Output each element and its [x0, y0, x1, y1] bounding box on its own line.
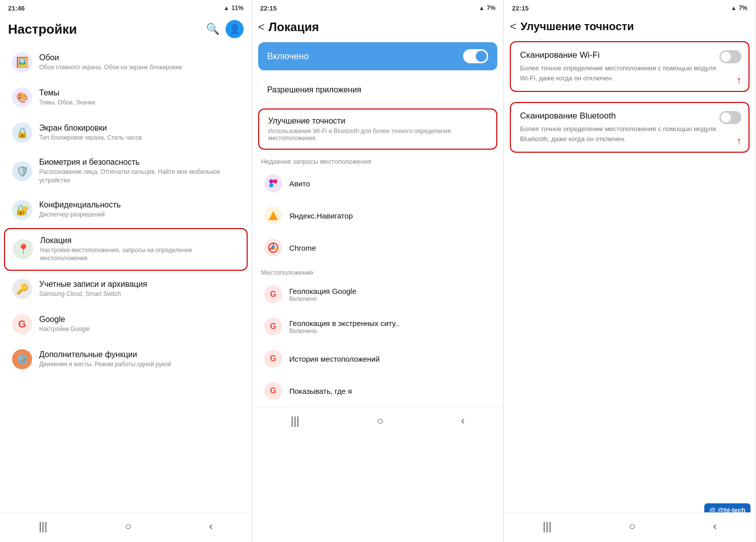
settings-item-location[interactable]: 📍 Локация Настройки местоположения, запр… — [4, 228, 248, 271]
nav-home-3[interactable]: ○ — [619, 518, 645, 535]
settings-title: Настройки — [8, 22, 77, 37]
settings-item-wallpaper[interactable]: 🖼️ Обои Обои главного экрана, Обои на эк… — [4, 45, 248, 79]
status-icons-2: ▲ 7% — [479, 5, 495, 12]
settings-item-themes[interactable]: 🎨 Темы Темы, Обои, Значки — [4, 80, 248, 115]
permissions-button[interactable]: Разрешения приложения — [258, 77, 498, 102]
wifi-arrow-up: ↑ — [736, 74, 741, 86]
recent-app-yandex[interactable]: Яндекс.Навигатор — [256, 200, 500, 231]
biometrics-text: Биометрия и безопасность Распознавание л… — [39, 158, 240, 185]
profile-icon[interactable]: 👤 — [226, 20, 244, 38]
bluetooth-scan-toggle[interactable] — [719, 111, 741, 124]
svg-point-2 — [269, 183, 273, 187]
google-icon: G — [12, 314, 32, 334]
location-header: < Локация — [252, 16, 504, 38]
bottom-nav-3: ||| ○ ‹ — [504, 512, 755, 542]
themes-sub: Темы, Обои, Значки — [39, 98, 240, 107]
privacy-sub: Диспетчер разрешений — [39, 210, 240, 219]
settings-item-lockscreen[interactable]: 🔒 Экран блокировки Тип блокировки экрана… — [4, 116, 248, 150]
accounts-title: Учетные записи и архивация — [39, 280, 240, 289]
accuracy-sub: Использование Wi-Fi и Bluetooth для боле… — [268, 128, 488, 142]
svg-marker-3 — [269, 211, 278, 220]
wallpaper-sub: Обои главного экрана, Обои на экране бло… — [39, 63, 240, 72]
geo-history-icon: G — [264, 350, 282, 368]
avito-icon — [264, 174, 282, 192]
nav-back-2[interactable]: ‹ — [451, 412, 475, 429]
google-sub: Настройки Google — [39, 325, 240, 334]
biometrics-title: Биометрия и безопасность — [39, 158, 240, 167]
status-bar-3: 22:15 ▲ 7% — [504, 0, 755, 16]
location-page-title: Локация — [269, 20, 319, 34]
time-1: 21:46 — [8, 5, 25, 12]
status-bar-1: 21:46 ▲ 11% — [0, 0, 252, 16]
battery-3: 7% — [739, 5, 747, 12]
status-bar-2: 22:15 ▲ 7% — [252, 0, 504, 16]
lockscreen-sub: Тип блокировки экрана, Стиль часов — [39, 134, 240, 142]
signal-1: ▲ — [224, 5, 230, 12]
status-icons-1: ▲ 11% — [224, 5, 244, 12]
nav-back-3[interactable]: ‹ — [703, 518, 727, 535]
recent-app-avito[interactable]: Авито — [256, 168, 500, 198]
nav-back-1[interactable]: ‹ — [199, 518, 223, 535]
chrome-name: Chrome — [289, 244, 316, 252]
themes-icon: 🎨 — [12, 87, 32, 107]
wallpaper-icon: 🖼️ — [12, 52, 32, 72]
bottom-nav-2: ||| ○ ‹ — [252, 407, 504, 437]
geo-emergency[interactable]: G Геолокация в экстренных ситу.. Включен… — [256, 311, 500, 342]
nav-menu-3[interactable]: ||| — [532, 518, 561, 535]
chrome-icon — [264, 239, 282, 257]
bluetooth-scan-sub: Более точное определение местоположения … — [520, 124, 739, 144]
location-toggle[interactable] — [463, 49, 488, 63]
settings-item-extra[interactable]: ⚙️ Дополнительные функции Движения и жес… — [4, 342, 248, 376]
yandex-name: Яндекс.Навигатор — [289, 211, 353, 220]
accuracy-page-header: < Улучшение точности — [504, 16, 755, 37]
accuracy-section[interactable]: Улучшение точности Использование Wi-Fi и… — [258, 109, 498, 150]
themes-text: Темы Темы, Обои, Значки — [39, 88, 240, 107]
wallpaper-title: Обои — [39, 53, 240, 62]
privacy-title: Конфиденциальность — [39, 200, 240, 209]
wallpaper-text: Обои Обои главного экрана, Обои на экран… — [39, 53, 240, 72]
bottom-nav-1: ||| ○ ‹ — [0, 512, 252, 542]
back-button-3[interactable]: < — [510, 20, 516, 33]
back-button-2[interactable]: < — [258, 21, 265, 34]
recent-app-chrome[interactable]: Chrome — [256, 233, 500, 263]
accounts-text: Учетные записи и архивация Samsung Cloud… — [39, 280, 240, 298]
settings-item-biometrics[interactable]: 🛡️ Биометрия и безопасность Распознавани… — [4, 151, 248, 192]
toggle-label: Включено — [267, 51, 309, 62]
panel-settings: 21:46 ▲ 11% Настройки 🔍 👤 🖼️ Обои Обои г… — [0, 0, 252, 542]
wifi-scan-toggle[interactable] — [719, 50, 741, 63]
svg-point-1 — [273, 179, 277, 183]
bluetooth-scan-card: Сканирование Bluetooth Более точное опре… — [510, 102, 749, 153]
themes-title: Темы — [39, 88, 240, 97]
geo-history[interactable]: G История местоположений — [256, 344, 500, 374]
nav-menu-2[interactable]: ||| — [281, 412, 309, 429]
nav-menu-1[interactable]: ||| — [29, 518, 57, 535]
panel-accuracy: 22:15 ▲ 7% < Улучшение точности Сканиров… — [504, 0, 756, 542]
geo-show[interactable]: G Показывать, где я — [256, 376, 500, 406]
time-2: 22:15 — [260, 5, 277, 12]
geo-history-name: История местоположений — [289, 355, 380, 363]
settings-item-privacy[interactable]: 🔐 Конфиденциальность Диспетчер разрешени… — [4, 193, 248, 227]
geo-emergency-icon: G — [264, 317, 282, 336]
geo-google[interactable]: G Геолокация Google Включено — [256, 279, 500, 309]
nav-home-1[interactable]: ○ — [115, 518, 142, 535]
biometrics-sub: Распознавание лица, Отпечатки пальцев, Н… — [39, 168, 240, 185]
privacy-icon: 🔐 — [12, 200, 32, 220]
accounts-icon: 🔑 — [12, 279, 32, 299]
location-toggle-bar[interactable]: Включено — [258, 42, 498, 70]
accounts-sub: Samsung Cloud, Smart Switch — [39, 290, 240, 298]
settings-item-google[interactable]: G Google Настройки Google — [4, 307, 248, 341]
location-icon: 📍 — [13, 239, 33, 259]
extra-icon: ⚙️ — [12, 349, 32, 369]
location-sub: Настройки местоположения, запросы на опр… — [40, 246, 239, 263]
nav-home-2[interactable]: ○ — [367, 412, 393, 429]
biometrics-icon: 🛡️ — [12, 161, 32, 181]
bluetooth-scan-title: Сканирование Bluetooth — [520, 111, 739, 121]
wifi-scan-title: Сканирование Wi-Fi — [520, 50, 739, 60]
settings-item-accounts[interactable]: 🔑 Учетные записи и архивация Samsung Clo… — [4, 272, 248, 306]
google-text: Google Настройки Google — [39, 315, 240, 334]
lockscreen-title: Экран блокировки — [39, 124, 240, 133]
search-icon[interactable]: 🔍 — [206, 23, 220, 36]
yandex-icon — [264, 206, 282, 225]
geo-show-icon: G — [264, 382, 282, 400]
location-title: Локация — [40, 236, 239, 245]
